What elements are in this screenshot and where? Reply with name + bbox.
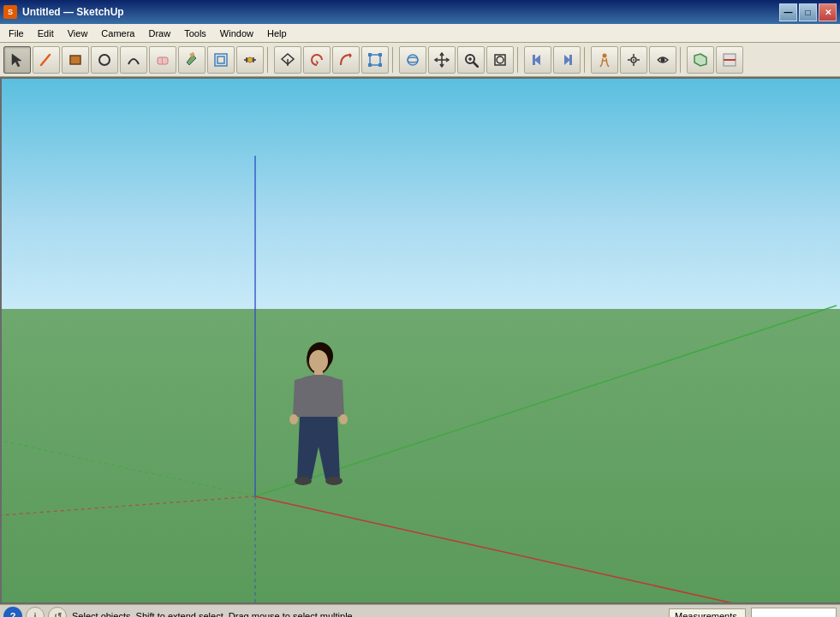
- tool-tape-button[interactable]: [236, 46, 264, 74]
- status-text: Select objects. Shift to extend select. …: [72, 611, 664, 617]
- tool-prev-view-button[interactable]: [524, 46, 551, 74]
- svg-rect-24: [378, 63, 382, 67]
- menu-item-view[interactable]: View: [61, 27, 95, 40]
- app-icon: S: [3, 5, 17, 19]
- svg-rect-22: [378, 53, 382, 56]
- svg-marker-19: [349, 53, 352, 58]
- svg-rect-34: [533, 55, 535, 65]
- svg-text:S: S: [8, 8, 13, 16]
- svg-point-26: [408, 57, 418, 62]
- svg-point-44: [661, 57, 665, 62]
- menu-item-draw[interactable]: Draw: [141, 27, 177, 40]
- svg-point-6: [99, 55, 110, 65]
- svg-marker-2: [12, 54, 21, 67]
- svg-point-61: [325, 477, 343, 485]
- tool-zoom-extents-button[interactable]: [486, 46, 514, 74]
- status-icons: ? i ↺: [3, 607, 67, 617]
- measurements-label: Measurements: [669, 608, 746, 617]
- menu-item-window[interactable]: Window: [213, 27, 260, 40]
- maximize-button[interactable]: □: [799, 3, 817, 21]
- tool-arc-button[interactable]: [120, 46, 147, 74]
- svg-line-3: [41, 55, 50, 65]
- menu-bar: FileEditViewCameraDrawToolsWindowHelp: [0, 24, 840, 43]
- tool-pan-button[interactable]: [428, 46, 456, 74]
- toolbar-separator: [267, 47, 271, 73]
- status-bar: ? i ↺ Select objects. Shift to extend se…: [0, 604, 840, 617]
- menu-item-camera[interactable]: Camera: [94, 27, 141, 40]
- menu-item-tools[interactable]: Tools: [177, 27, 213, 40]
- help-icon[interactable]: ?: [3, 607, 22, 617]
- info2-icon[interactable]: ↺: [48, 607, 67, 617]
- svg-rect-36: [569, 55, 572, 65]
- svg-line-28: [474, 62, 478, 67]
- scene-svg: [2, 79, 840, 602]
- svg-rect-21: [368, 53, 372, 56]
- close-button[interactable]: ✕: [819, 3, 837, 21]
- svg-rect-5: [70, 56, 80, 64]
- svg-marker-45: [694, 54, 706, 66]
- info1-icon[interactable]: i: [26, 607, 45, 617]
- tool-scale-button[interactable]: [361, 46, 389, 74]
- tool-section-plane-button[interactable]: [687, 46, 714, 74]
- svg-rect-23: [368, 63, 372, 67]
- svg-point-32: [497, 56, 503, 63]
- tool-circle-button[interactable]: [91, 46, 118, 74]
- toolbar-separator: [680, 47, 683, 73]
- tool-push-pull-button[interactable]: [274, 46, 301, 74]
- tool-zoom-button[interactable]: [457, 46, 485, 74]
- svg-marker-35: [564, 55, 570, 65]
- svg-point-39: [633, 59, 634, 61]
- tool-paint-button[interactable]: [178, 46, 206, 74]
- toolbar-separator: [584, 47, 587, 73]
- minimize-button[interactable]: —: [779, 3, 797, 21]
- tool-walk-button[interactable]: [591, 46, 618, 74]
- title-bar: S Untitled — SketchUp — □ ✕: [0, 0, 840, 24]
- svg-rect-8: [162, 57, 163, 64]
- svg-point-58: [289, 414, 298, 424]
- svg-line-49: [2, 496, 255, 515]
- tool-next-view-button[interactable]: [553, 46, 581, 74]
- svg-point-25: [408, 55, 418, 65]
- tool-pencil-button[interactable]: [33, 46, 60, 74]
- menu-item-file[interactable]: File: [2, 27, 31, 40]
- svg-point-60: [295, 477, 312, 485]
- toolbar-separator: [517, 47, 521, 73]
- tool-position-camera-button[interactable]: [620, 46, 647, 74]
- svg-point-15: [247, 57, 253, 62]
- tool-orbit-button[interactable]: [399, 46, 426, 74]
- title-text: Untitled — SketchUp: [22, 6, 779, 18]
- svg-rect-10: [215, 54, 227, 66]
- measurements-input[interactable]: [751, 608, 837, 617]
- tool-select-button[interactable]: [3, 46, 31, 74]
- tool-rotate-button[interactable]: [303, 46, 331, 74]
- viewport[interactable]: [2, 79, 840, 602]
- svg-point-37: [603, 53, 607, 57]
- svg-line-48: [2, 441, 255, 496]
- tool-offset-button[interactable]: [207, 46, 235, 74]
- menu-item-help[interactable]: Help: [260, 27, 294, 40]
- window-controls: — □ ✕: [779, 3, 837, 21]
- tool-look-around-button[interactable]: [649, 46, 676, 74]
- svg-point-59: [339, 414, 348, 424]
- toolbar: [0, 43, 840, 77]
- svg-line-53: [255, 496, 837, 602]
- svg-rect-11: [217, 56, 224, 63]
- viewport-wrapper: [0, 77, 840, 604]
- tool-section-cut-button[interactable]: [716, 46, 743, 74]
- tool-follow-me-button[interactable]: [332, 46, 360, 74]
- toolbar-separator: [392, 47, 396, 73]
- svg-marker-33: [534, 55, 540, 65]
- menu-item-edit[interactable]: Edit: [31, 27, 61, 40]
- svg-point-56: [309, 350, 328, 372]
- tool-eraser-button[interactable]: [149, 46, 176, 74]
- tool-rectangle-button[interactable]: [62, 46, 89, 74]
